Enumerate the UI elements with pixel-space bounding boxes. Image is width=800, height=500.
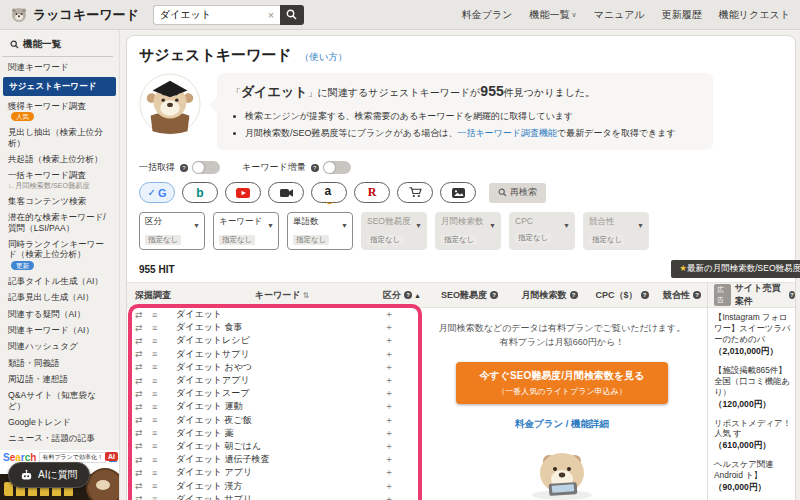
sidebar-item[interactable]: 関連する疑問（AI）	[0, 306, 119, 322]
top-menu-item[interactable]: 更新履歴 ∨	[662, 8, 702, 22]
add-kubun-button[interactable]: ＋	[364, 453, 414, 466]
keyword-text[interactable]: ダイエット アプリ	[176, 466, 364, 479]
sidebar-item[interactable]: 記事タイトル生成（AI）	[0, 273, 119, 289]
detail-menu-icon[interactable]: ≡	[152, 402, 169, 412]
sidebar-item[interactable]: 関連キーワード（AI）	[0, 322, 119, 338]
add-kubun-button[interactable]: ＋	[364, 493, 414, 500]
sidebar-item[interactable]: 同時ランクインキーワード（検索上位分析）更新	[0, 236, 119, 273]
dig-deeper-icon[interactable]: ⇄	[135, 336, 152, 346]
keyword-text[interactable]: ダイエットレシピ	[176, 334, 364, 347]
sidebar-item[interactable]: 潜在的な検索キーワード/質問（LSI/PAA）	[0, 209, 119, 236]
keyword-text[interactable]: ダイエットスープ	[176, 387, 364, 400]
add-kubun-button[interactable]: ＋	[364, 308, 414, 321]
dig-deeper-icon[interactable]: ⇄	[135, 402, 152, 412]
sidebar-item[interactable]: 関連ハッシュタグ	[0, 338, 119, 354]
keyword-text[interactable]: ダイエット 薬	[176, 427, 364, 440]
dig-deeper-icon[interactable]: ⇄	[135, 494, 152, 500]
add-kubun-button[interactable]: ＋	[364, 427, 414, 440]
engine-youtube[interactable]	[225, 182, 261, 203]
keyword-text[interactable]: ダイエット サプリ	[176, 493, 364, 500]
add-kubun-button[interactable]: ＋	[364, 400, 414, 413]
help-icon[interactable]: ?	[789, 291, 795, 299]
sidebar-item[interactable]: 関連キーワード	[0, 59, 119, 75]
top-menu-item[interactable]: マニュアル ∨	[594, 8, 645, 22]
keyword-text[interactable]: ダイエット 朝ごはん	[176, 440, 364, 453]
latest-data-badge[interactable]: ★最新の月間検索数/SEO難易度	[671, 260, 800, 278]
bulk-research-link[interactable]: 一括キーワード調査機能	[457, 128, 557, 138]
dig-deeper-icon[interactable]: ⇄	[135, 415, 152, 425]
top-menu-item[interactable]: 料金プラン ∨	[462, 8, 513, 22]
detail-menu-icon[interactable]: ≡	[152, 336, 169, 346]
filter-dropdown[interactable]: SEO難易度 指定なし ▼	[361, 212, 427, 250]
keyword-text[interactable]: ダイエットアプリ	[176, 374, 364, 387]
keyword-text[interactable]: ダイエット おやつ	[176, 361, 364, 374]
keyword-text[interactable]: ダイエット 運動	[176, 400, 364, 413]
sidebar-item[interactable]: 周辺語・連想語	[0, 371, 119, 387]
ask-ai-button[interactable]: AIに質問	[8, 462, 90, 488]
detail-menu-icon[interactable]: ≡	[152, 441, 169, 451]
col-keyword[interactable]: キーワード⇅	[187, 283, 377, 307]
sidebar-item[interactable]: Q&Aサイト（知恵袋など）	[0, 387, 119, 414]
engine-google[interactable]: ✓G	[139, 182, 175, 203]
search-button[interactable]	[280, 5, 304, 25]
sidebar-item[interactable]: 一括キーワード調査 ∟月間検索数/SEO難易度	[0, 167, 119, 193]
site-sale-item[interactable]: リポストメディア！人気 す （610,000円）	[714, 418, 793, 453]
sidebar-item[interactable]: 類語・同義語	[0, 355, 119, 371]
detail-menu-icon[interactable]: ≡	[152, 481, 169, 491]
add-kubun-button[interactable]: ＋	[364, 334, 414, 347]
detail-menu-icon[interactable]: ≡	[152, 455, 169, 465]
sidebar-item[interactable]: 記事見出し生成（AI）	[0, 289, 119, 305]
filter-dropdown[interactable]: 競合性 指定なし ▼	[583, 212, 649, 250]
add-kubun-button[interactable]: ＋	[364, 414, 414, 427]
site-sale-item[interactable]: ヘルスケア関連Android ト】 （90,000円）	[714, 459, 793, 494]
detail-menu-icon[interactable]: ≡	[152, 468, 169, 478]
upgrade-button[interactable]: 今すぐSEO難易度/月間検索数を見る （一番人気のライトプラン申込み）	[456, 362, 668, 404]
add-kubun-button[interactable]: ＋	[364, 361, 414, 374]
top-menu-item[interactable]: 機能一覧 ∨	[530, 8, 577, 22]
dig-deeper-icon[interactable]: ⇄	[135, 376, 152, 386]
engine-amazon[interactable]: a	[311, 182, 347, 203]
sidebar-item[interactable]: 獲得キーワード調査人気	[0, 98, 119, 125]
dig-deeper-icon[interactable]: ⇄	[135, 455, 152, 465]
keyword-text[interactable]: ダイエット 遺伝子検査	[176, 453, 364, 466]
add-kubun-button[interactable]: ＋	[364, 387, 414, 400]
engine-video[interactable]	[268, 182, 304, 203]
detail-menu-icon[interactable]: ≡	[152, 428, 169, 438]
add-kubun-button[interactable]: ＋	[364, 440, 414, 453]
engine-rakuten[interactable]: R	[354, 182, 390, 203]
keyword-text[interactable]: ダイエット 夜ご飯	[176, 414, 364, 427]
sidebar-item[interactable]: 集客コンテンツ検索	[0, 193, 119, 209]
engine-image[interactable]	[440, 182, 476, 203]
add-kubun-button[interactable]: ＋	[364, 321, 414, 334]
detail-menu-icon[interactable]: ≡	[152, 323, 169, 333]
keyword-text[interactable]: ダイエット	[176, 308, 364, 321]
engine-shopping[interactable]	[397, 182, 433, 203]
help-icon[interactable]: ?	[641, 291, 649, 299]
help-icon[interactable]: ?	[180, 164, 188, 172]
add-kubun-button[interactable]: ＋	[364, 480, 414, 493]
dig-deeper-icon[interactable]: ⇄	[135, 310, 152, 320]
help-icon[interactable]: ?	[404, 291, 412, 299]
detail-menu-icon[interactable]: ≡	[152, 349, 169, 359]
engine-bing[interactable]: b	[182, 182, 218, 203]
keyword-text[interactable]: ダイエットサプリ	[176, 348, 364, 361]
help-icon[interactable]: ?	[490, 291, 498, 299]
detail-menu-icon[interactable]: ≡	[152, 376, 169, 386]
sidebar-item[interactable]: サジェストキーワード	[3, 77, 116, 95]
dig-deeper-icon[interactable]: ⇄	[135, 389, 152, 399]
dig-deeper-icon[interactable]: ⇄	[135, 481, 152, 491]
usage-link[interactable]: （使い方）	[300, 51, 348, 64]
detail-menu-icon[interactable]: ≡	[152, 362, 169, 372]
filter-dropdown[interactable]: キーワード 指定なし ▼	[213, 212, 279, 250]
toggle-switch[interactable]	[323, 161, 351, 174]
search-input[interactable]	[153, 5, 281, 25]
add-kubun-button[interactable]: ＋	[364, 348, 414, 361]
detail-menu-icon[interactable]: ≡	[152, 310, 169, 320]
detail-menu-icon[interactable]: ≡	[152, 389, 169, 399]
detail-menu-icon[interactable]: ≡	[152, 415, 169, 425]
app-logo[interactable]: ラッコキーワード	[10, 6, 139, 24]
help-icon[interactable]: ?	[570, 291, 578, 299]
filter-dropdown[interactable]: CPC 指定なし ▼	[509, 212, 575, 250]
filter-dropdown[interactable]: 単語数 指定なし ▼	[287, 212, 353, 250]
dig-deeper-icon[interactable]: ⇄	[135, 349, 152, 359]
